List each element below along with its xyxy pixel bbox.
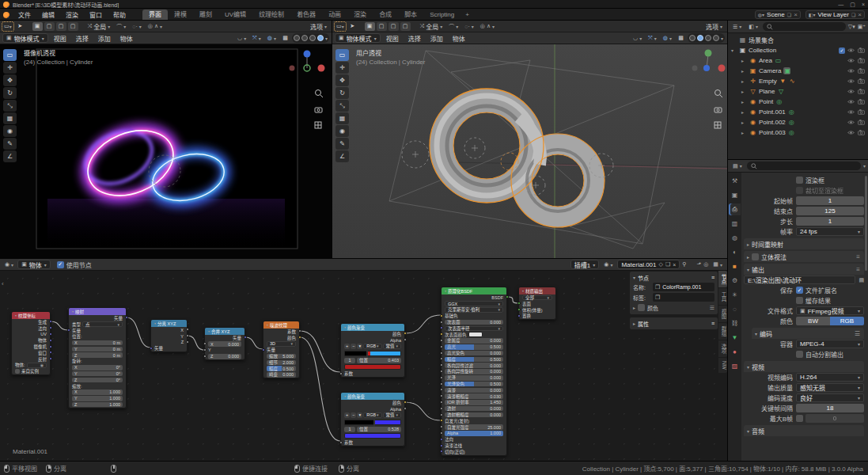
output-socket[interactable] <box>49 339 52 342</box>
value-field[interactable]: 金属度0.000 <box>445 338 503 344</box>
input-socket[interactable] <box>440 345 443 348</box>
disclosure-icon[interactable]: ▾ <box>731 48 737 53</box>
shading-solid-button[interactable] <box>301 35 308 41</box>
select-extend-button[interactable]: ▢ <box>44 22 55 31</box>
node-select[interactable]: 点▾ <box>82 321 123 327</box>
render-visibility-icon[interactable] <box>858 120 865 125</box>
outliner-item-Plane[interactable]: ▸▽Plane▽ <box>728 86 868 97</box>
render-visibility-icon[interactable] <box>858 99 865 104</box>
transform-tool[interactable]: ▦ <box>335 112 349 124</box>
hide-icon[interactable] <box>847 78 855 84</box>
value-field[interactable]: X1.000 <box>72 390 123 395</box>
editor-type-icon[interactable]: ◉▾ <box>2 260 16 269</box>
output-socket[interactable] <box>298 329 301 332</box>
hide-icon[interactable] <box>847 48 855 53</box>
menu-帮助[interactable]: 帮助 <box>108 10 131 19</box>
value-field[interactable]: 透射粗糙度0.000 <box>445 412 503 418</box>
menu-窗口[interactable]: 窗口 <box>84 10 108 19</box>
output-socket[interactable] <box>404 338 407 341</box>
ramp-add-button[interactable]: + <box>344 344 350 349</box>
hide-icon[interactable] <box>847 58 855 63</box>
workspace-tab-界面[interactable]: 界面 <box>142 10 168 20</box>
remove-view-layer-icon[interactable]: × <box>858 11 862 18</box>
field-步长[interactable]: 1 <box>796 217 864 226</box>
value-field[interactable]: 清漆粗糙度0.030 <box>445 393 503 399</box>
object-picker[interactable]: ◉ <box>27 363 47 368</box>
panel-menu-icon[interactable]: ≡ <box>856 253 861 260</box>
render-visibility-icon[interactable] <box>858 89 865 94</box>
minimize-button[interactable]: — <box>838 2 843 8</box>
output-socket[interactable] <box>186 334 189 337</box>
outliner-item-Point.003[interactable]: ▸◉Point.003◎ <box>728 127 868 138</box>
attributes-panel[interactable]: ▸ 属性 ≡ <box>629 317 718 330</box>
xray-toggle-button[interactable]: ▩ <box>676 34 686 43</box>
input-socket[interactable] <box>440 352 443 355</box>
ramp-options-button[interactable]: ▾ <box>357 344 362 349</box>
viewport-menu-选择[interactable]: 选择 <box>404 34 425 43</box>
output-socket[interactable] <box>49 320 52 323</box>
select-box-tool[interactable]: ▭ <box>3 49 17 61</box>
disclosure-icon[interactable]: ▸ <box>741 58 747 63</box>
fake-user-icon[interactable]: ◇ <box>658 261 662 268</box>
node-color-ramp-1[interactable]: ▾颜色渐变颜色Alpha+−▾RGB▾常值▾1位置0.403系数 <box>340 323 405 378</box>
value-field[interactable]: 细节2.000 <box>267 360 296 366</box>
properties-tab-particles[interactable]: ✳ <box>729 289 741 301</box>
menu-编辑[interactable]: 编辑 <box>36 10 60 19</box>
scale-tool[interactable]: ⤡ <box>335 100 349 112</box>
orientation-select[interactable]: ⤨全局▾ <box>418 22 445 31</box>
unlink-material-icon[interactable]: × <box>673 262 676 268</box>
color-checkbox[interactable] <box>638 304 645 311</box>
viewport-menu-物体[interactable]: 物体 <box>116 34 137 43</box>
input-socket[interactable] <box>440 444 443 447</box>
output-socket[interactable] <box>244 336 247 339</box>
node-noise-texture[interactable]: ▾噪波纹理系数颜色3D▾矢量缩放5.000细节2.000糙度0.500畸变0.0… <box>263 321 300 378</box>
node-select[interactable]: 克里斯蒂安-伯利▾ <box>445 307 503 313</box>
checkbox-裁切至渲染框[interactable] <box>796 187 803 194</box>
disclosure-icon[interactable]: ▸ <box>741 130 747 135</box>
input-socket[interactable] <box>440 388 443 391</box>
input-socket[interactable] <box>440 450 443 453</box>
input-socket[interactable] <box>440 357 443 360</box>
output-socket[interactable] <box>404 401 407 404</box>
ramp-remove-button[interactable]: − <box>351 412 356 418</box>
disclosure-icon[interactable]: ▸ <box>741 99 747 104</box>
panel-drag-handle[interactable]: ≡ <box>711 321 714 326</box>
node-header[interactable]: ▾颜色渐变 <box>341 324 404 331</box>
copy-material-icon[interactable]: ❏ <box>665 261 670 268</box>
sidebar-tab-群组[interactable]: 群组 <box>718 323 727 340</box>
node-combine-xyz[interactable]: ▾合并 XYZ矢量X0.000YZ0.000 <box>204 327 245 360</box>
node-color-ramp-2[interactable]: ▾颜色渐变颜色Alpha+−▾RGB▾常值▾1位置0.528系数 <box>340 392 405 446</box>
stop-index-field[interactable]: 1 <box>344 427 355 432</box>
output-socket[interactable] <box>404 407 407 410</box>
node-select[interactable]: 次表面半径▾ <box>445 326 503 332</box>
stop-index-field[interactable]: 1 <box>344 358 355 363</box>
field-最大B帧[interactable]: 0 <box>805 414 864 423</box>
shading-options-icon[interactable]: ▾ <box>721 36 723 41</box>
mode-select[interactable]: ▣物体模式▾ <box>2 33 48 43</box>
color-ramp-gradient[interactable] <box>344 351 401 356</box>
shading-solid-button[interactable] <box>697 35 703 41</box>
active-tool-button[interactable]: ▭▾ <box>335 22 346 31</box>
workspace-tab-合成[interactable]: 合成 <box>373 10 398 20</box>
gizmos-dropdown[interactable]: ⤧▾ <box>646 34 659 43</box>
node-header[interactable]: ▾合并 XYZ <box>205 328 244 335</box>
output-socket[interactable] <box>49 351 52 354</box>
value-field[interactable]: 清漆0.000 <box>445 388 503 393</box>
viewport-camera[interactable]: ▭▾➤▣▢▢▢⤨全局▾⌒▾◌·▾◎∧▾选项▾ ▣物体模式▾视图选择添加物体◡▾⤧… <box>0 21 332 259</box>
outliner-item-Camera[interactable]: ▸▣Camera▣ <box>728 66 868 76</box>
proportional-edit-toggle[interactable]: ◎∧▾ <box>478 22 497 31</box>
viewport-menu-视图[interactable]: 视图 <box>382 34 403 43</box>
menu-渲染[interactable]: 渲染 <box>60 10 84 19</box>
node-header[interactable]: ▾原理化BSDF <box>442 287 506 294</box>
shading-material-preview-button[interactable] <box>309 35 316 41</box>
properties-tab-constraints[interactable]: ⛓ <box>729 317 741 329</box>
outliner-display-mode[interactable]: ☰▾ <box>730 22 744 31</box>
properties-tab-object-data[interactable]: ▼ <box>729 332 741 344</box>
outliner-item-Area[interactable]: ▸◉Area▭ <box>728 55 868 66</box>
value-field[interactable]: Alpha1.000 <box>445 431 503 436</box>
select-new-button[interactable]: ▣ <box>365 22 375 31</box>
rotate-tool[interactable]: ↻ <box>3 87 17 99</box>
value-field[interactable]: Z0.000 <box>208 354 241 359</box>
properties-tab-material[interactable]: ● <box>729 346 741 358</box>
properties-tab-texture[interactable]: ▨ <box>729 360 741 372</box>
